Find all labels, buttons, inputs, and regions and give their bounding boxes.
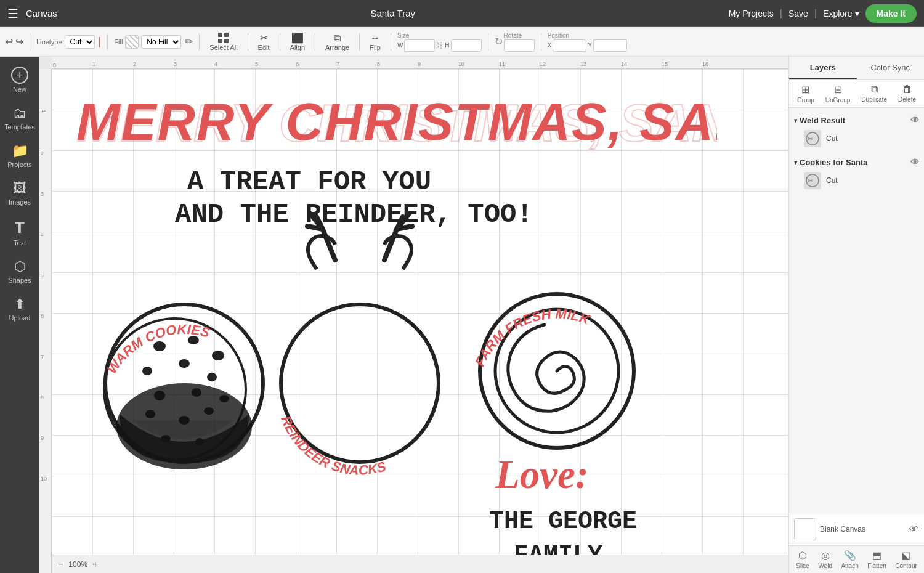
width-input[interactable] <box>404 39 435 52</box>
sidebar-item-new[interactable]: + New <box>2 62 37 98</box>
sidebar-item-shapes[interactable]: ⬡ Shapes <box>2 254 37 289</box>
expand-weld-icon: ▾ <box>794 117 797 124</box>
my-projects-link[interactable]: My Projects <box>729 9 774 18</box>
svg-text:THE GEORGE: THE GEORGE <box>489 508 637 535</box>
sidebar-item-images[interactable]: 🖼 Images <box>2 176 37 211</box>
canvas-visibility-button[interactable]: 👁 <box>909 524 919 535</box>
layer-item-cookies-cut[interactable]: ✂ Cut <box>789 169 924 192</box>
svg-point-20 <box>116 383 252 469</box>
group-action[interactable]: ⊞ Group <box>797 84 814 104</box>
svg-text:✂: ✂ <box>808 177 813 184</box>
flip-button[interactable]: ↔ Flip <box>366 31 384 52</box>
eye-cookies-icon[interactable]: 👁 <box>910 157 919 167</box>
attach-button[interactable]: 📎 Attach <box>841 550 858 569</box>
linetype-group: Linetype Cut | <box>36 35 101 49</box>
canvas-area[interactable]: 0 1 2 3 4 5 6 7 8 9 10 11 12 13 14 15 16… <box>39 57 788 573</box>
delete-action[interactable]: 🗑 Delete <box>898 84 916 104</box>
svg-text:✂: ✂ <box>808 136 813 142</box>
fill-edit-icon[interactable]: ✏ <box>185 36 193 47</box>
fill-select[interactable]: No Fill <box>141 35 181 49</box>
canvas-label-text: Blank Canvas <box>820 525 906 534</box>
size-group: Size W ⛓ H <box>397 32 482 52</box>
duplicate-action[interactable]: ⧉ Duplicate <box>861 84 887 104</box>
hamburger-menu[interactable]: ☰ <box>7 6 18 21</box>
position-group: Position X Y <box>548 32 627 52</box>
canvas-color-swatch[interactable] <box>794 518 816 540</box>
edit-icon: ✂ <box>260 32 268 44</box>
canvas-design-content: MERRY CHRISTMAS, SANTA! MERRY CHRISTMAS,… <box>52 69 788 555</box>
rotate-input[interactable] <box>504 39 535 52</box>
top-bar: ☰ Canvas Santa Tray My Projects | Save |… <box>0 0 924 27</box>
layer-group-weld-header[interactable]: ▾ Weld Result 👁 <box>789 113 924 128</box>
expand-cookies-icon: ▾ <box>794 159 797 166</box>
sidebar-item-templates[interactable]: 🗂 Templates <box>2 100 37 136</box>
save-link[interactable]: Save <box>788 9 808 18</box>
svg-point-8 <box>212 351 224 360</box>
sidebar-item-text[interactable]: T Text <box>2 213 37 251</box>
undo-redo-group: ↩ ↪ <box>5 36 23 47</box>
main-content: + New 🗂 Templates 📁 Projects 🖼 Images T … <box>0 57 924 573</box>
tab-layers[interactable]: Layers <box>789 57 857 79</box>
bottom-right-panel: Blank Canvas 👁 <box>789 513 924 545</box>
svg-point-11 <box>207 373 217 381</box>
make-it-button[interactable]: Make It <box>865 4 917 23</box>
left-sidebar: + New 🗂 Templates 📁 Projects 🖼 Images T … <box>0 57 39 573</box>
attach-icon: 📎 <box>844 550 856 561</box>
canvas-label: Canvas <box>26 8 57 18</box>
arrange-button[interactable]: ⧉ Arrange <box>322 31 353 52</box>
zoom-out-button[interactable]: − <box>58 559 63 570</box>
delete-icon: 🗑 <box>902 84 912 95</box>
layers-list: ▾ Weld Result 👁 ✂ Cut <box>789 108 924 513</box>
slice-icon: ⬡ <box>798 550 807 561</box>
right-sidebar: Layers Color Sync ⊞ Group ⊟ UnGroup ⧉ Du… <box>788 57 924 573</box>
contour-button[interactable]: ⬕ Contour <box>895 550 917 569</box>
ungroup-icon: ⊟ <box>834 84 842 96</box>
select-all-button[interactable]: Select All <box>206 31 241 52</box>
height-input[interactable] <box>451 39 482 52</box>
flatten-icon: ⬒ <box>872 550 881 561</box>
align-button[interactable]: ⬛ Align <box>286 31 309 52</box>
undo-button[interactable]: ↩ <box>5 36 13 47</box>
fill-color-swatch[interactable] <box>125 35 139 49</box>
linetype-label: Linetype <box>36 38 62 46</box>
x-position-input[interactable] <box>553 39 586 52</box>
design-svg: MERRY CHRISTMAS, SANTA! MERRY CHRISTMAS,… <box>52 69 717 555</box>
sidebar-item-projects[interactable]: 📁 Projects <box>2 138 37 173</box>
linetype-color-indicator: | <box>99 35 102 48</box>
flatten-button[interactable]: ⬒ Flatten <box>867 550 886 569</box>
zoom-level: 100% <box>68 560 87 569</box>
svg-text:REINDEER SNACKS: REINDEER SNACKS <box>278 413 388 478</box>
fill-label: Fill <box>114 38 123 46</box>
ruler-vertical: 1 2 3 4 5 6 7 8 9 10 <box>39 69 52 573</box>
slice-button[interactable]: ⬡ Slice <box>796 550 809 569</box>
redo-button[interactable]: ↪ <box>15 36 23 47</box>
svg-text:A TREAT FOR YOU: A TREAT FOR YOU <box>187 166 431 197</box>
layer-item-weld-cut[interactable]: ✂ Cut <box>789 128 924 150</box>
project-title: Santa Tray <box>65 8 721 18</box>
layer-thumb-weld: ✂ <box>804 130 821 147</box>
svg-text:FAMILY: FAMILY <box>514 542 602 555</box>
svg-point-9 <box>142 367 152 375</box>
rotate-group: ↻ Rotate <box>495 32 535 52</box>
svg-text:Love:: Love: <box>495 452 589 497</box>
weld-button[interactable]: ◎ Weld <box>818 550 832 569</box>
linetype-select[interactable]: Cut <box>65 35 95 49</box>
edit-button[interactable]: ✂ Edit <box>254 31 274 52</box>
layer-actions-bar: ⊞ Group ⊟ UnGroup ⧉ Duplicate 🗑 Delete <box>789 80 924 108</box>
y-position-input[interactable] <box>593 39 627 52</box>
weld-icon: ◎ <box>821 550 830 561</box>
explore-button[interactable]: Explore ▾ <box>823 9 859 18</box>
layer-group-cookies-header[interactable]: ▾ Cookies for Santa 👁 <box>789 155 924 169</box>
eye-weld-icon[interactable]: 👁 <box>910 115 919 125</box>
zoom-in-button[interactable]: + <box>92 559 98 570</box>
layer-group-weld: ▾ Weld Result 👁 ✂ Cut <box>789 110 924 152</box>
toolbar: ↩ ↪ Linetype Cut | Fill No Fill ✏ Select… <box>0 27 924 57</box>
contour-icon: ⬕ <box>901 550 910 561</box>
tab-color-sync[interactable]: Color Sync <box>857 57 925 79</box>
bottom-icons-bar: ⬡ Slice ◎ Weld 📎 Attach ⬒ Flatten ⬕ Cont… <box>789 545 924 573</box>
canvas-grid: MERRY CHRISTMAS, SANTA! MERRY CHRISTMAS,… <box>52 69 788 555</box>
sidebar-item-upload[interactable]: ⬆ Upload <box>2 291 37 327</box>
layer-thumb-cookies: ✂ <box>804 172 821 189</box>
ungroup-action[interactable]: ⊟ UnGroup <box>825 84 851 104</box>
duplicate-icon: ⧉ <box>871 84 878 95</box>
